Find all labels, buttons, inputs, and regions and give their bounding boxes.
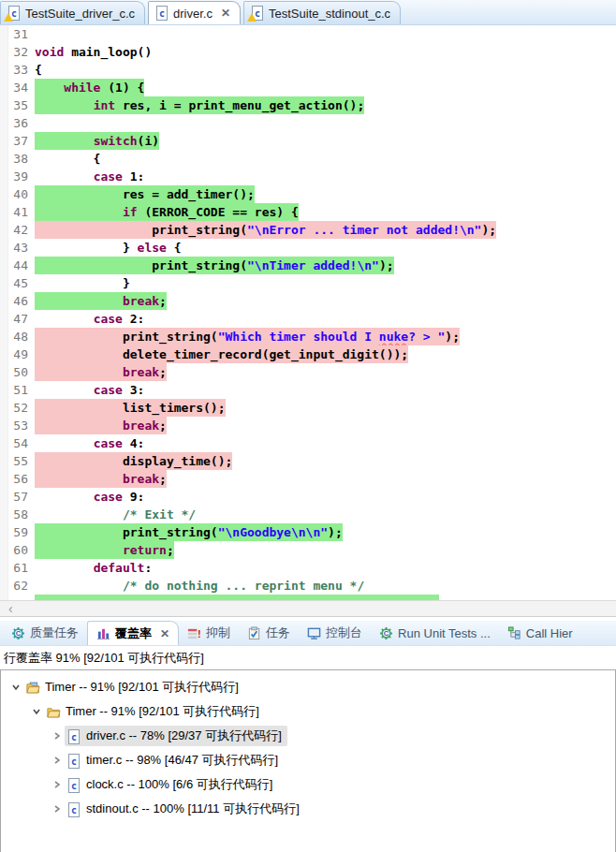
scroll-left-arrow-icon[interactable]: ‹: [0, 602, 13, 616]
annotation-ruler[interactable]: [0, 168, 8, 185]
annotation-ruler[interactable]: [0, 399, 8, 417]
chevron-right-icon[interactable]: [50, 804, 65, 814]
view-tab-call-hierarchy[interactable]: Call Hier: [499, 621, 581, 645]
close-view-icon[interactable]: ✕: [160, 627, 169, 640]
code-text[interactable]: display_time();: [35, 452, 232, 470]
code-text[interactable]: case 9:: [35, 488, 144, 506]
annotation-ruler[interactable]: [0, 150, 8, 168]
annotation-ruler[interactable]: [0, 43, 8, 61]
tree-row[interactable]: Timer -- 91% [92/101 可执行代码行]: [1, 675, 615, 699]
code-text[interactable]: } else {: [35, 239, 182, 257]
code-text[interactable]: case 3:: [35, 381, 144, 399]
annotation-ruler[interactable]: [0, 345, 8, 363]
code-text[interactable]: /* do nothing ... reprint menu */: [35, 577, 364, 595]
annotation-ruler[interactable]: [0, 132, 8, 150]
code-text[interactable]: list_timers();: [35, 399, 226, 417]
editor-horizontal-scrollbar[interactable]: ‹: [0, 600, 616, 616]
code-text[interactable]: res = add_timer();: [35, 185, 255, 203]
code-text[interactable]: delete_timer_record(get_input_digit());: [35, 345, 408, 363]
annotation-ruler[interactable]: [0, 559, 8, 577]
tree-item[interactable]: ctimer.c -- 98% [46/47 可执行代码行]: [65, 750, 284, 771]
view-tab-run-gear[interactable]: CRun Unit Tests ...: [371, 621, 499, 645]
annotation-ruler[interactable]: [0, 203, 8, 221]
code-text[interactable]: break;: [35, 292, 167, 310]
code-text[interactable]: {: [35, 150, 100, 168]
annotation-ruler[interactable]: [0, 470, 8, 488]
annotation-ruler[interactable]: [0, 79, 8, 96]
editor-tab-driver.c[interactable]: cdriver.c✕: [148, 1, 241, 24]
code-text[interactable]: default:: [35, 559, 152, 577]
editor-tab-TestSuite_stdinout_c.c[interactable]: cTestSuite_stdinout_c.c: [243, 1, 401, 24]
code-text[interactable]: print_string("\nGoodbye\n\n");: [35, 523, 343, 541]
annotation-ruler[interactable]: [0, 434, 8, 452]
code-text[interactable]: {: [35, 61, 42, 79]
annotation-ruler[interactable]: [0, 25, 8, 43]
view-tab-tasks[interactable]: 任务: [239, 621, 299, 645]
code-text[interactable]: break;: [35, 470, 167, 488]
tree-row[interactable]: Timer -- 91% [92/101 可执行代码行]: [1, 699, 615, 724]
annotation-ruler[interactable]: [0, 221, 8, 239]
view-tab-suppressions[interactable]: !抑制: [179, 621, 239, 645]
tree-item[interactable]: cclock.c -- 100% [6/6 可执行代码行]: [65, 774, 278, 795]
close-tab-icon[interactable]: ✕: [221, 7, 230, 20]
tree-row[interactable]: cdriver.c -- 78% [29/37 可执行代码行]: [1, 724, 615, 748]
code-text[interactable]: /* Exit */: [35, 506, 196, 523]
code-text[interactable]: int res, i = print_menu_get_action();: [35, 96, 364, 114]
annotation-ruler[interactable]: [0, 417, 8, 434]
annotation-ruler[interactable]: [0, 595, 8, 600]
annotation-ruler[interactable]: [0, 488, 8, 506]
annotation-ruler[interactable]: [0, 381, 8, 399]
tree-item[interactable]: Timer -- 91% [92/101 可执行代码行]: [44, 701, 265, 722]
code-text[interactable]: return;: [35, 541, 174, 559]
view-tab-quality-gear[interactable]: C质量任务: [3, 621, 87, 645]
annotation-ruler[interactable]: [0, 274, 8, 292]
view-tab-console[interactable]: 控制台: [299, 621, 371, 645]
annotation-ruler[interactable]: [0, 523, 8, 541]
annotation-ruler[interactable]: [0, 96, 8, 114]
annotation-ruler[interactable]: [0, 328, 8, 345]
annotation-ruler[interactable]: [0, 257, 8, 274]
tree-row[interactable]: cclock.c -- 100% [6/6 可执行代码行]: [1, 772, 615, 797]
tree-row[interactable]: cstdinout.c -- 100% [11/11 可执行代码行]: [1, 797, 615, 821]
editor-tab-label: TestSuite_driver_c.c: [25, 7, 135, 21]
code-string: "\nGoodbye\n\n": [218, 525, 328, 539]
chevron-right-icon[interactable]: [50, 731, 65, 741]
chevron-down-icon[interactable]: [29, 707, 44, 716]
tree-item[interactable]: cdriver.c -- 78% [29/37 可执行代码行]: [65, 726, 287, 746]
code-text[interactable]: print_string("\nError ... timer not adde…: [35, 221, 496, 239]
view-tab-coverage-chart[interactable]: 覆盖率✕: [87, 621, 179, 645]
code-text[interactable]: void main_loop(): [35, 43, 152, 61]
tree-item[interactable]: Timer -- 91% [92/101 可执行代码行]: [23, 677, 244, 698]
annotation-ruler[interactable]: [0, 292, 8, 310]
annotation-ruler[interactable]: [0, 541, 8, 559]
code-text[interactable]: switch(i): [35, 132, 159, 150]
annotation-ruler[interactable]: [0, 185, 8, 203]
code-text[interactable]: case 2:: [35, 310, 144, 328]
code-text[interactable]: print_string("\nTimer added!\n");: [35, 257, 394, 274]
annotation-ruler[interactable]: [0, 452, 8, 470]
chevron-down-icon[interactable]: [8, 683, 23, 692]
annotation-ruler[interactable]: [0, 310, 8, 328]
code-editor[interactable]: 3132void main_loop()33{34 while (1) {35 …: [0, 25, 616, 600]
editor-tab-TestSuite_driver_c.c[interactable]: cTestSuite_driver_c.c: [0, 1, 145, 24]
annotation-ruler[interactable]: [0, 61, 8, 79]
code-text[interactable]: break;: [35, 363, 167, 381]
tree-item[interactable]: cstdinout.c -- 100% [11/11 可执行代码行]: [65, 799, 305, 819]
annotation-ruler[interactable]: [0, 363, 8, 381]
code-text[interactable]: while (1) {: [35, 79, 144, 96]
annotation-ruler[interactable]: [0, 577, 8, 595]
code-line: 52 list_timers();: [0, 399, 616, 417]
code-text[interactable]: case 4:: [35, 434, 144, 452]
code-text[interactable]: print_string("Which timer should I nuke?…: [35, 328, 460, 345]
code-text[interactable]: case 1:: [35, 168, 144, 185]
code-text[interactable]: break;: [35, 417, 167, 434]
code-text[interactable]: if (ERROR_CODE == res) {: [35, 203, 299, 221]
annotation-ruler[interactable]: [0, 239, 8, 257]
tree-row[interactable]: ctimer.c -- 98% [46/47 可执行代码行]: [1, 748, 615, 772]
code-text[interactable]: }: [35, 274, 130, 292]
annotation-ruler[interactable]: [0, 114, 8, 132]
chevron-right-icon[interactable]: [50, 756, 65, 765]
chevron-right-icon[interactable]: [50, 780, 65, 789]
code-plain: {: [35, 152, 100, 166]
annotation-ruler[interactable]: [0, 506, 8, 523]
